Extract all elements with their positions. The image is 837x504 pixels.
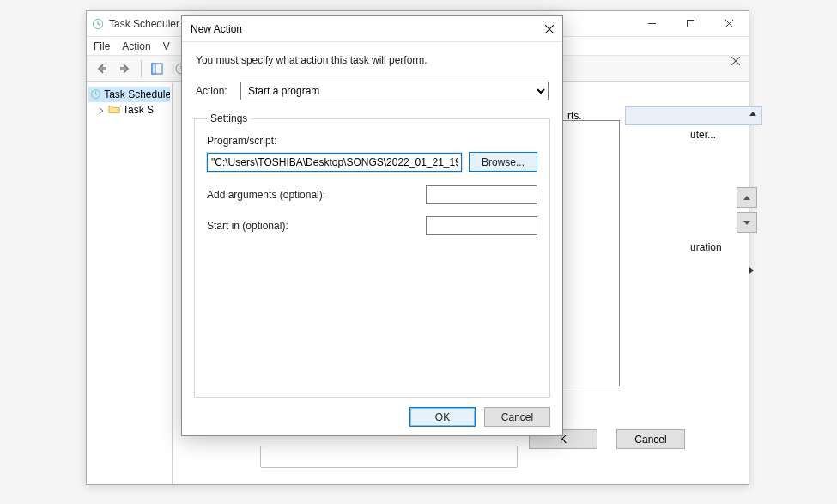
ok-button-label: OK: [435, 411, 450, 423]
nav-down-button[interactable]: [737, 212, 757, 233]
intermediate-cancel-label: Cancel: [634, 434, 666, 446]
dialog-close-button[interactable]: [542, 21, 557, 37]
minimize-button[interactable]: [633, 11, 671, 35]
svg-rect-3: [152, 64, 155, 74]
main-window-title: Task Scheduler: [109, 18, 179, 30]
startin-row: Start in (optional):: [207, 216, 537, 235]
actions-item-label: uter...: [690, 129, 716, 141]
settings-legend: Settings: [207, 112, 251, 124]
ok-button[interactable]: OK: [409, 407, 476, 427]
intermediate-close-icon[interactable]: [728, 53, 743, 69]
clock-icon: [92, 18, 104, 30]
action-row: Action: Start a program: [196, 82, 549, 100]
show-tree-button[interactable]: [146, 58, 168, 79]
cancel-button[interactable]: Cancel: [484, 407, 550, 427]
folder-icon: [108, 103, 120, 118]
bottom-status-pill: [260, 446, 518, 468]
settings-fieldset: Settings Program/script: Browse... Add a…: [194, 112, 550, 398]
action-label: Action:: [196, 85, 240, 97]
program-input[interactable]: [207, 153, 462, 172]
startin-input[interactable]: [426, 216, 537, 235]
actions-header[interactable]: rts.: [625, 106, 762, 125]
arguments-label: Add arguments (optional):: [207, 189, 426, 201]
cancel-button-label: Cancel: [501, 411, 533, 423]
svg-rect-1: [688, 20, 694, 27]
close-button[interactable]: [710, 11, 749, 35]
triangle-down-icon: [743, 221, 750, 225]
tree-child[interactable]: Task S: [88, 102, 170, 118]
startin-label: Start in (optional):: [207, 220, 426, 232]
dialog-titlebar[interactable]: New Action: [182, 16, 562, 42]
actions-item-computer[interactable]: uter...: [625, 125, 762, 144]
chevron-right-icon: [749, 267, 754, 274]
clock-icon: [90, 88, 101, 100]
actions-item-config-label: uration: [690, 241, 722, 253]
actions-item-config[interactable]: uration: [625, 238, 762, 257]
menu-view[interactable]: V: [163, 40, 170, 52]
dialog-title: New Action: [191, 23, 242, 35]
menu-action[interactable]: Action: [122, 40, 150, 52]
tree-pane[interactable]: Task Scheduler Task S: [87, 83, 173, 484]
action-select[interactable]: Start a program: [240, 82, 549, 100]
new-action-dialog: New Action You must specify what action …: [181, 15, 563, 436]
arguments-input[interactable]: [426, 185, 537, 204]
actions-column: rts. uter... uration: [625, 106, 762, 281]
arguments-row: Add arguments (optional):: [207, 185, 537, 204]
browse-button-label: Browse...: [482, 156, 525, 168]
program-label: Program/script:: [207, 135, 537, 147]
dialog-hint: You must specify what action this task w…: [196, 54, 549, 66]
collapse-arrow-icon: [749, 112, 756, 116]
browse-button[interactable]: Browse...: [469, 152, 537, 172]
tree-child-label: Task S: [123, 104, 154, 116]
tree-root-label: Task Scheduler: [104, 88, 170, 100]
menu-file[interactable]: File: [94, 40, 110, 52]
program-row: Browse...: [207, 152, 537, 172]
maximize-button[interactable]: [671, 11, 710, 35]
dialog-body: You must specify what action this task w…: [182, 42, 562, 398]
forward-button[interactable]: [114, 58, 136, 79]
window-controls: [633, 11, 749, 35]
intermediate-cancel-button[interactable]: Cancel: [616, 429, 685, 449]
back-button[interactable]: [90, 58, 112, 79]
chevron-right-icon: [97, 106, 106, 114]
actions-header-text: rts.: [567, 110, 582, 122]
tree-root[interactable]: Task Scheduler: [88, 87, 170, 102]
nav-up-button[interactable]: [737, 187, 757, 208]
triangle-up-icon: [743, 196, 750, 200]
dialog-footer: OK Cancel: [409, 407, 550, 427]
toolbar-divider: [141, 60, 142, 77]
actions-item-more[interactable]: [625, 262, 762, 281]
